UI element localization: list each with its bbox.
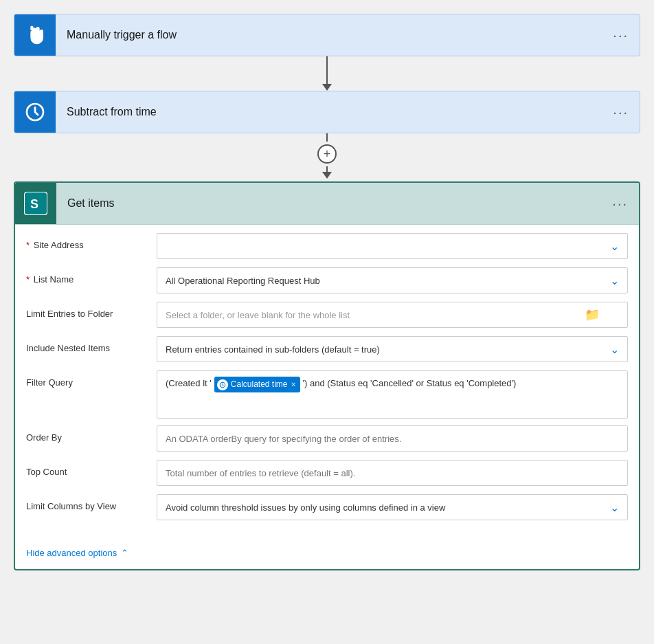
list-name-row: * List Name All Operational Reporting Re… (26, 267, 628, 295)
svg-text:S: S (30, 197, 38, 211)
include-nested-control: Return entries contained in sub-folders … (157, 336, 628, 362)
subtract-icon (14, 91, 56, 133)
required-star: * (26, 240, 30, 250)
add-step-button[interactable]: + (317, 144, 337, 164)
get-items-icon-letter: S (24, 192, 47, 215)
top-count-row: Top Count (26, 460, 628, 487)
order-by-control (157, 425, 628, 452)
filter-query-label: Filter Query (26, 370, 157, 388)
hide-advanced-label: Hide advanced options (26, 548, 117, 558)
limit-columns-value: Avoid column threshold issues by only us… (166, 502, 445, 513)
include-nested-select[interactable]: Return entries contained in sub-folders … (157, 336, 628, 362)
order-by-label: Order By (26, 425, 157, 443)
include-nested-chevron: ⌄ (610, 343, 619, 356)
calculated-time-token[interactable]: Calculated time ✕ (214, 377, 300, 392)
list-name-label: * List Name (26, 267, 157, 285)
trigger-block: Manually trigger a flow ··· (14, 14, 640, 56)
clock-icon (24, 101, 46, 123)
limit-columns-chevron: ⌄ (610, 501, 619, 514)
folder-icon: 📁 (585, 307, 600, 322)
include-nested-row: Include Nested Items Return entries cont… (26, 336, 628, 364)
subtract-menu[interactable]: ··· (602, 104, 640, 120)
hide-advanced-button[interactable]: Hide advanced options ⌃ (15, 540, 639, 569)
site-address-chevron: ⌄ (610, 240, 619, 253)
filter-suffix: ') and (Status eq 'Cancelled' or Status … (303, 377, 517, 391)
get-items-block: S Get items ··· * Site Address ⌄ (14, 181, 640, 570)
site-address-select[interactable]: ⌄ (157, 233, 628, 259)
limit-entries-row: Limit Entries to Folder Select a folder,… (26, 302, 628, 329)
token-clock-icon (217, 379, 228, 390)
site-address-row: * Site Address ⌄ (26, 233, 628, 260)
list-name-control: All Operational Reporting Request Hub ⌄ (157, 267, 628, 293)
form-body: * Site Address ⌄ * List Name (15, 225, 639, 540)
filter-query-row: Filter Query (Created lt ' Calculated t (26, 370, 628, 419)
order-by-input[interactable] (157, 425, 628, 452)
arrow-connector-1 (322, 56, 332, 91)
include-nested-value: Return entries contained in sub-folders … (166, 344, 380, 355)
arrow-line-bottom (326, 166, 328, 172)
limit-columns-label: Limit Columns by View (26, 494, 157, 511)
get-items-icon: S (15, 183, 56, 224)
chevron-up-icon: ⌃ (121, 548, 128, 558)
filter-query-field[interactable]: (Created lt ' Calculated time ✕ (157, 370, 628, 419)
arrow-head (322, 84, 332, 91)
top-count-control (157, 460, 628, 486)
trigger-title: Manually trigger a flow (56, 29, 602, 41)
subtract-block: Subtract from time ··· (14, 91, 640, 133)
limit-columns-control: Avoid column threshold issues by only us… (157, 494, 628, 520)
sharepoint-icon: S (25, 192, 47, 214)
filter-prefix: (Created lt ' (166, 377, 212, 391)
get-items-menu[interactable]: ··· (601, 196, 639, 212)
arrow-line (326, 56, 328, 84)
limit-entries-label: Limit Entries to Folder (26, 302, 157, 319)
arrow-head-2 (322, 172, 332, 179)
get-items-title: Get items (56, 197, 601, 210)
limit-columns-select[interactable]: Avoid column threshold issues by only us… (157, 494, 628, 520)
top-count-label: Top Count (26, 460, 157, 477)
limit-entries-placeholder: Select a folder, or leave blank for the … (166, 310, 350, 320)
svg-rect-0 (30, 26, 33, 31)
arrow-connector-2: + (317, 133, 337, 181)
top-count-input[interactable] (157, 460, 628, 486)
trigger-icon (14, 14, 56, 56)
site-address-control: ⌄ (157, 233, 628, 259)
list-name-select[interactable]: All Operational Reporting Request Hub ⌄ (157, 267, 628, 293)
token-close-icon[interactable]: ✕ (291, 379, 296, 390)
limit-entries-field[interactable]: Select a folder, or leave blank for the … (157, 302, 628, 328)
list-name-chevron: ⌄ (610, 274, 619, 287)
subtract-title: Subtract from time (56, 106, 602, 118)
hand-icon (24, 24, 46, 46)
get-items-header: S Get items ··· (15, 183, 639, 225)
required-star-2: * (26, 274, 30, 285)
filter-query-control: (Created lt ' Calculated time ✕ (157, 370, 628, 419)
limit-columns-row: Limit Columns by View Avoid column thres… (26, 494, 628, 522)
list-name-value: All Operational Reporting Request Hub (166, 276, 320, 286)
site-address-label: * Site Address (26, 233, 157, 250)
arrow-line-top (326, 133, 328, 142)
token-label: Calculated time (231, 378, 288, 391)
include-nested-label: Include Nested Items (26, 336, 157, 353)
order-by-row: Order By (26, 425, 628, 453)
limit-entries-control: Select a folder, or leave blank for the … (157, 302, 628, 328)
trigger-menu[interactable]: ··· (602, 27, 640, 43)
